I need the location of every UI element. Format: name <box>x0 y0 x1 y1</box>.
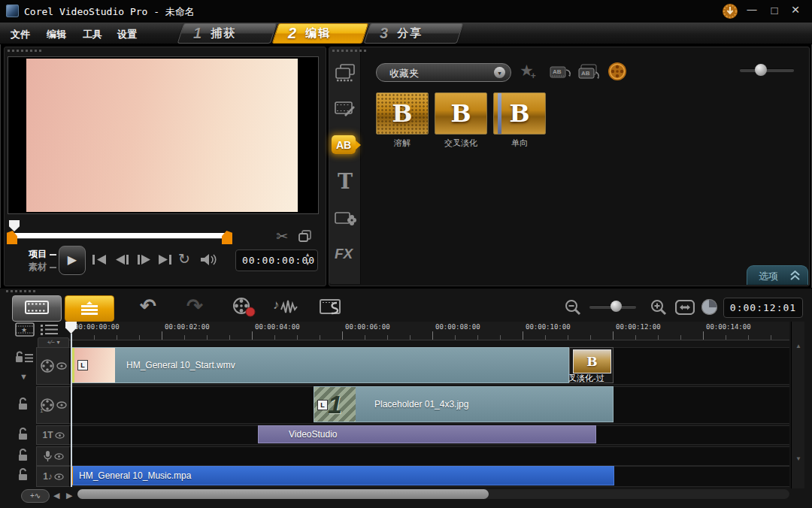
tab-share[interactable]: 3分享 <box>364 23 464 44</box>
sidebar-graphics-icon[interactable] <box>334 210 356 233</box>
lock-title-track-icon[interactable] <box>18 428 29 440</box>
auto-transition-reel-icon[interactable] <box>607 62 627 84</box>
apply-random-transitions-button[interactable]: AB <box>577 62 601 85</box>
update-button[interactable] <box>722 3 738 20</box>
chevron-double-up-icon <box>789 269 801 284</box>
title-bar: Corel VideoStudio Pro - 未命名 — □ × <box>0 0 812 23</box>
lock-voice-track-icon[interactable] <box>18 449 29 461</box>
transition-thumb-dissolve: B <box>376 92 429 135</box>
preview-video-area <box>8 56 319 214</box>
tab-edit[interactable]: 2编辑 <box>272 23 369 44</box>
tab-capture-label: 捕获 <box>211 26 236 41</box>
close-button[interactable]: × <box>788 2 803 18</box>
ripple-edit-all-button[interactable] <box>15 351 35 364</box>
go-end-button[interactable] <box>156 253 174 269</box>
undo-button[interactable]: ↶ <box>140 295 156 318</box>
mode-project-label[interactable]: 项目 <box>29 248 56 261</box>
title-clip[interactable]: VideoStudio <box>258 425 596 443</box>
clip-link-badge: L <box>317 400 328 410</box>
minimize-button[interactable]: — <box>744 3 759 18</box>
sidebar-media-icon[interactable] <box>334 63 356 86</box>
transition-card-crossfade[interactable]: B 交叉淡化 <box>435 92 487 149</box>
transition-card-oneway[interactable]: B 单向 <box>493 92 546 149</box>
timecode-spin-up[interactable]: ▲ <box>306 252 310 258</box>
next-frame-button[interactable] <box>135 253 153 269</box>
transition-clip[interactable]: B 叉淡化-过 <box>569 347 614 383</box>
transition-clip-name: 叉淡化-过 <box>568 373 615 384</box>
storyboard-view-button[interactable] <box>12 295 62 322</box>
track-collapse-chevron[interactable]: ▼ <box>20 372 28 381</box>
lock-music-track-icon[interactable] <box>18 468 29 481</box>
record-capture-button[interactable] <box>230 296 259 322</box>
transition-label: 交叉淡化 <box>435 138 487 149</box>
overlay-track-button[interactable]: 1 <box>36 386 71 424</box>
timeline-hscrollbar-thumb[interactable] <box>77 489 489 499</box>
title-clip-name: VideoStudio <box>289 429 338 440</box>
track-manager-button[interactable]: ★ <box>15 322 35 340</box>
maximize-button[interactable]: □ <box>767 3 782 18</box>
tab-capture[interactable]: 1捕获 <box>177 23 277 44</box>
video-track-button[interactable] <box>36 347 71 385</box>
preview-timecode[interactable]: 00:00:00:00 ▲ ▼ <box>235 249 318 271</box>
sidebar-filters-icon[interactable]: FX <box>335 246 353 262</box>
timeline-vscrollbar[interactable]: ▲ ▼ <box>791 322 804 488</box>
music-track-button[interactable]: 1♪ <box>36 466 71 487</box>
timeline-view-button[interactable] <box>65 295 114 322</box>
title-track-button[interactable]: 1T <box>36 425 71 445</box>
play-button[interactable]: ▶ <box>59 246 86 275</box>
redo-button[interactable]: ↷ <box>186 295 203 318</box>
timecode-spin-down[interactable]: ▼ <box>306 261 310 267</box>
timeline-panel-grip[interactable] <box>6 290 35 292</box>
repeat-button[interactable]: ↻ <box>178 250 190 268</box>
go-start-button[interactable] <box>90 253 108 269</box>
sound-mixer-button[interactable]: ♪ <box>272 296 302 322</box>
timeline-timecode[interactable]: 0:00:12:01 <box>723 298 803 318</box>
eye-icon <box>56 401 67 409</box>
apply-current-transition-button[interactable]: AB <box>548 62 572 85</box>
menu-tools[interactable]: 工具 <box>83 28 102 41</box>
preview-trim-bar[interactable] <box>12 233 227 238</box>
fit-to-window-button[interactable] <box>675 300 695 318</box>
timeline-ruler[interactable]: 00:00:00:00 00:00:02:00 00:00:04:00 00:0… <box>69 322 789 340</box>
library-panel-grip[interactable] <box>332 50 366 52</box>
voice-track-button[interactable] <box>36 446 71 466</box>
vscroll-up-arrow[interactable]: ▲ <box>795 343 801 349</box>
timeline-zoom-slider-thumb[interactable] <box>611 301 622 312</box>
video-clip[interactable]: L HM_General 10_Start.wmv <box>71 347 569 383</box>
preview-timecode-value: 00:00:00:00 <box>242 255 315 266</box>
overlay-clip[interactable]: 1 L Placeholder 01_4x3.jpg <box>314 386 614 422</box>
chapter-point-button[interactable]: +∿ <box>21 489 50 503</box>
project-duration-icon[interactable] <box>701 299 717 315</box>
split-clip-button[interactable] <box>298 229 313 246</box>
options-button[interactable]: 选项 <box>747 265 808 285</box>
menu-settings[interactable]: 设置 <box>117 28 137 41</box>
auto-music-button[interactable] <box>319 296 346 322</box>
lock-overlay-track-icon[interactable] <box>18 398 29 410</box>
sidebar-instant-project-icon[interactable] <box>334 99 356 122</box>
scroll-right-button[interactable]: ▶ <box>66 491 72 500</box>
sidebar-transitions-tab[interactable]: AB <box>332 135 356 154</box>
vscroll-down-arrow[interactable]: ▼ <box>795 455 801 462</box>
add-remove-track-button[interactable]: +∕− ▾ <box>38 337 69 348</box>
preview-panel-grip[interactable] <box>8 50 41 52</box>
transition-card-dissolve[interactable]: B 溶解 <box>376 92 429 149</box>
sidebar-titles-icon[interactable]: T <box>338 170 353 193</box>
music-clip[interactable]: HM_General 10_Music.mpa <box>71 466 614 485</box>
gallery-dropdown-chevron[interactable]: ▼ <box>494 67 505 78</box>
add-to-favorites-button[interactable]: ★+ <box>520 62 542 81</box>
thumbnail-size-slider-thumb[interactable] <box>755 64 767 76</box>
transition-clip-thumb: B <box>573 349 611 373</box>
gallery-dropdown[interactable]: 收藏夹 ▼ <box>376 63 511 82</box>
thumbnail-size-slider-track[interactable] <box>740 68 794 72</box>
menu-file[interactable]: 文件 <box>11 28 30 41</box>
menu-edit[interactable]: 编辑 <box>47 28 66 41</box>
scroll-left-button[interactable]: ◀ <box>53 491 59 500</box>
volume-button[interactable] <box>199 253 219 269</box>
prev-frame-button[interactable] <box>113 253 131 269</box>
zoom-in-button[interactable] <box>650 298 668 319</box>
options-button-label: 选项 <box>759 270 778 283</box>
mode-clip-label[interactable]: 素材 <box>29 261 56 274</box>
cut-clip-button[interactable]: ✂ <box>276 228 288 245</box>
zoom-out-button[interactable] <box>564 298 582 319</box>
voice-track-row[interactable] <box>69 446 789 466</box>
